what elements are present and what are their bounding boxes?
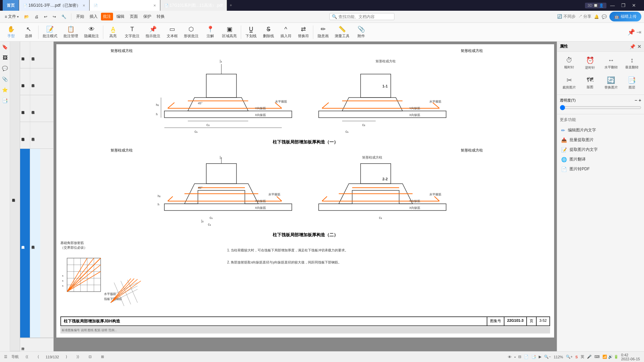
- tab-home[interactable]: 首页: [3, 0, 19, 11]
- prop-pin-icon[interactable]: 📌: [630, 44, 635, 49]
- toolbar-insert[interactable]: 插入: [88, 13, 100, 20]
- tab2-close[interactable]: ✕: [153, 4, 156, 7]
- tab-pdf1[interactable]: 📄 16G101-3平....pdf（已加密） ✕: [19, 0, 90, 11]
- insertchar-btn[interactable]: ^ 插入符: [277, 24, 294, 40]
- batch-annotate-btn[interactable]: 📝 批注模式: [40, 24, 60, 40]
- pdf-viewer[interactable]: 矩形柱或方柱 矩形柱或方柱: [54, 42, 557, 351]
- zoom-level-input[interactable]: 112%: [554, 355, 563, 359]
- toolbar-open[interactable]: 📂: [22, 13, 31, 20]
- nav-pile2[interactable]: 示桩沟基础半图: [30, 122, 40, 148]
- microphone-icon[interactable]: 🎤: [587, 355, 592, 359]
- prop-close-icon[interactable]: ✕: [637, 44, 641, 49]
- add-tab-button[interactable]: +: [227, 0, 235, 11]
- rotate-ccw-tool[interactable]: ⏰ 逆时针: [581, 54, 599, 72]
- flip-h-tool[interactable]: ↔ 水平翻转: [602, 54, 621, 72]
- toolbar-protect[interactable]: 保护: [141, 13, 153, 20]
- layer-tool[interactable]: 📑 图层: [623, 74, 641, 92]
- tab-pdf2[interactable]: 📄 22G101-3独....pdf（已加密） ✕: [90, 0, 160, 11]
- maximize-button[interactable]: ❐: [619, 2, 628, 9]
- spread-icon[interactable]: 📑: [531, 355, 536, 359]
- last-page-btn[interactable]: ⟩⟩: [74, 354, 82, 360]
- sidebar-thumb-icon[interactable]: 🖼: [1, 54, 9, 62]
- zoom-actual-btn[interactable]: ⊞: [98, 354, 107, 360]
- handtool-btn[interactable]: ✋ 手型: [3, 24, 19, 40]
- replace-btn[interactable]: ⇄ 替换符: [295, 24, 312, 40]
- nav-indep2[interactable]: 示独立基础告半图: [30, 42, 40, 68]
- rotate-cw-tool[interactable]: ⏱ 顺时针: [560, 54, 579, 72]
- keyboard-icon[interactable]: ⌨: [594, 355, 600, 359]
- sidebar-star-icon[interactable]: ⭐: [1, 86, 9, 94]
- measure-btn[interactable]: 📏 测量工具: [332, 24, 352, 40]
- minimize-button[interactable]: —: [608, 2, 617, 9]
- nav-related[interactable]: 标准基础相关构造: [20, 149, 30, 338]
- flip-v-tool[interactable]: ↕ 垂直翻转: [623, 54, 641, 72]
- zoom-out-btn[interactable]: 🔍−: [544, 355, 551, 359]
- share-icon[interactable]: ↗ 分享: [578, 14, 591, 19]
- search-input[interactable]: [338, 14, 392, 19]
- toolbar-tools-icon[interactable]: 🔧: [59, 13, 68, 20]
- underline-btn[interactable]: U̲ 下划线: [243, 24, 259, 40]
- transparency-slider[interactable]: [560, 105, 641, 110]
- pin-icon[interactable]: 📌: [628, 28, 635, 36]
- manage-btn[interactable]: 📋 批注管理: [61, 24, 81, 40]
- extract-text-btn[interactable]: 📝 提取图片内文字: [560, 145, 641, 155]
- note-btn[interactable]: 📍 注解: [202, 24, 219, 40]
- fit-icon[interactable]: ⊟: [518, 355, 521, 359]
- battery-icon[interactable]: 🔋: [614, 355, 619, 359]
- img-to-pdf-btn[interactable]: 📄 图片转PDF: [560, 164, 641, 174]
- transparency-minus[interactable]: −: [635, 98, 637, 103]
- message-icon[interactable]: 💬: [602, 14, 607, 19]
- nav-strip[interactable]: 标准条形基础详图: [20, 68, 30, 95]
- nav-raft[interactable]: 标准筏形基础详图: [20, 95, 30, 122]
- nav-general[interactable]: 示般构造告半图: [10, 42, 20, 351]
- prev-page-btn[interactable]: ⟨: [35, 354, 42, 360]
- toolbar-page[interactable]: 页面: [128, 13, 140, 20]
- zoom-fit-btn[interactable]: ⊡: [86, 354, 94, 360]
- nav-pile[interactable]: 标准桩基础构造详图: [20, 122, 30, 148]
- bell-icon[interactable]: 🔔: [594, 14, 599, 19]
- next-page-btn[interactable]: ⟩: [63, 354, 70, 360]
- toolbar-search-box[interactable]: 🔍: [329, 13, 394, 20]
- nav-append[interactable]: 附录: [20, 338, 40, 351]
- sync-icon[interactable]: 🔄 不同步: [557, 14, 575, 19]
- toolbar-annotate[interactable]: 批注: [101, 13, 113, 20]
- nav-strip2[interactable]: 示条形基础告半图: [30, 68, 40, 95]
- tab1-close[interactable]: ✕: [83, 4, 85, 7]
- toolbar-start[interactable]: 开始: [74, 13, 86, 20]
- edit-img-text-btn[interactable]: ✏ 编辑图片内文字: [560, 125, 641, 135]
- close-button[interactable]: ✕: [629, 2, 639, 9]
- toolbar-print[interactable]: 🖨: [33, 13, 41, 20]
- toolbar-undo[interactable]: ↩: [42, 13, 49, 20]
- sidebar-bookmark-icon[interactable]: 🔖: [1, 43, 9, 51]
- attachment-btn[interactable]: 📎 附件: [353, 24, 370, 40]
- text-note-btn[interactable]: T 文字批注: [122, 24, 142, 40]
- view-icon[interactable]: 👁: [508, 355, 512, 359]
- toolbar-edit[interactable]: 编辑: [114, 13, 126, 20]
- sidebar-attach-icon[interactable]: 📎: [1, 75, 9, 83]
- translate-img-btn[interactable]: 🌐 图片翻译: [560, 155, 641, 164]
- expand-icon[interactable]: ⇥: [636, 28, 641, 36]
- replace-img-tool[interactable]: 🔄 替换图片: [602, 74, 621, 92]
- select-btn[interactable]: ↖ 选择: [20, 24, 37, 40]
- textbox-btn[interactable]: ▭ 文本框: [164, 24, 180, 40]
- transparency-plus[interactable]: +: [639, 98, 641, 103]
- nav-related2[interactable]: 示基础相关构造告半图: [30, 149, 40, 338]
- play-icon[interactable]: ▶: [539, 355, 541, 359]
- ai-upload-button[interactable]: 🤖 福晴上传: [609, 12, 641, 21]
- first-page-btn[interactable]: ⟨⟨: [23, 354, 31, 360]
- toolbar-redo[interactable]: ↪: [51, 13, 58, 20]
- menu-file[interactable]: ≡ 文件 ▾: [3, 13, 21, 20]
- tab-pdf3[interactable]: 📄 17G101系列图...11高清）.pdf: [160, 0, 227, 11]
- freehand-btn[interactable]: ✏ 隐意画: [315, 24, 331, 40]
- sidebar-layer-icon[interactable]: 📑: [1, 97, 9, 105]
- area-highlight-btn[interactable]: ▣ 区域高亮: [219, 24, 239, 40]
- volume-icon[interactable]: 🔊: [608, 355, 613, 359]
- network-icon[interactable]: 📶: [602, 355, 607, 359]
- deleteline-btn[interactable]: S̶ 删除线: [260, 24, 277, 40]
- hide-btn[interactable]: 👁 隐藏批注: [82, 24, 102, 40]
- pointer-btn[interactable]: 📌 指示批注: [143, 24, 163, 40]
- nav-raft2[interactable]: 示筏形基础告半图: [30, 95, 40, 122]
- zoom-in-btn[interactable]: 🔍+: [566, 355, 573, 359]
- sidebar-comment-icon[interactable]: 💬: [1, 64, 9, 72]
- nav-indep[interactable]: 标准构造详图: [20, 42, 30, 68]
